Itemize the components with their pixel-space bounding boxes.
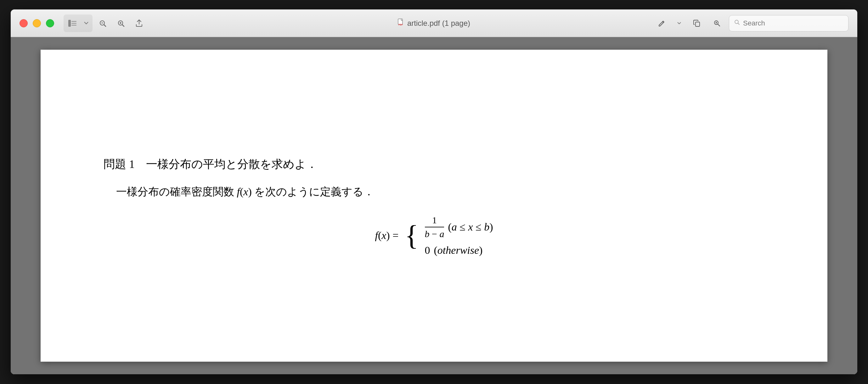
- titlebar: PDF article.pdf (1 page): [11, 9, 857, 37]
- zoom-out-icon: [99, 20, 106, 27]
- content-area: 問題 1 一様分布の平均と分散を求めよ． 一様分布の確率密度関数 f(x) を次…: [11, 37, 857, 374]
- find-icon: [713, 20, 720, 27]
- case2-condition: (otherwise): [434, 244, 483, 256]
- svg-rect-1: [71, 21, 76, 22]
- pdf-page: 問題 1 一様分布の平均と分散を求めよ． 一様分布の確率密度関数 f(x) を次…: [40, 50, 828, 362]
- svg-line-6: [104, 25, 106, 26]
- share-button[interactable]: [131, 15, 147, 31]
- sidebar-dropdown-button[interactable]: [81, 15, 92, 31]
- svg-line-16: [738, 23, 740, 25]
- sidebar-toggle-button[interactable]: [64, 15, 81, 31]
- copy-button[interactable]: [689, 15, 705, 31]
- share-icon: [136, 20, 143, 27]
- brace-expression: { 1 b − a (a ≤ x ≤ b): [405, 215, 493, 256]
- window-title-area: PDF article.pdf (1 page): [398, 19, 470, 28]
- search-icon: [734, 20, 740, 27]
- close-button[interactable]: [20, 19, 28, 27]
- traffic-lights: [20, 19, 54, 27]
- svg-rect-3: [71, 25, 76, 26]
- toolbar-left: [64, 14, 147, 32]
- svg-text:PDF: PDF: [398, 24, 403, 26]
- chevron-down-small-icon: [677, 22, 681, 25]
- find-button[interactable]: [709, 15, 725, 31]
- case-line-1: 1 b − a (a ≤ x ≤ b): [425, 215, 493, 239]
- window-title: article.pdf (1 page): [407, 19, 470, 28]
- zoom-in-icon: [117, 20, 125, 27]
- copy-icon: [693, 20, 700, 27]
- search-input[interactable]: [743, 19, 843, 27]
- toolbar-right: [653, 15, 848, 31]
- fraction-denominator: b − a: [425, 229, 444, 239]
- annotate-button[interactable]: [653, 15, 670, 31]
- sidebar-toggle-icon: [68, 20, 76, 27]
- fraction: 1 b − a: [425, 215, 444, 239]
- formula: f(x) = { 1 b − a (a ≤ x: [375, 215, 493, 256]
- svg-line-10: [122, 25, 124, 26]
- svg-rect-13: [695, 22, 700, 26]
- left-brace-icon: {: [405, 221, 418, 250]
- pdf-file-icon: PDF: [398, 19, 404, 28]
- case1-condition: (a ≤ x ≤ b): [448, 221, 493, 233]
- annotate-dropdown-button[interactable]: [674, 15, 685, 31]
- formula-container: f(x) = { 1 b − a (a ≤ x: [103, 215, 765, 256]
- zoom-in-button[interactable]: [113, 15, 129, 31]
- pen-icon: [658, 20, 665, 27]
- maximize-button[interactable]: [46, 19, 54, 27]
- case-line-2: 0 (otherwise): [425, 244, 493, 256]
- chevron-down-icon: [84, 22, 88, 25]
- fraction-bar: [425, 227, 444, 227]
- fraction-numerator: 1: [432, 215, 437, 225]
- intro-text: 一様分布の確率密度関数 f(x) を次のように定義する．: [116, 185, 765, 199]
- svg-rect-0: [68, 20, 71, 27]
- cases: 1 b − a (a ≤ x ≤ b) 0 (otherwise): [425, 215, 493, 256]
- minimize-button[interactable]: [33, 19, 41, 27]
- pdf-content: 問題 1 一様分布の平均と分散を求めよ． 一様分布の確率密度関数 f(x) を次…: [103, 157, 765, 256]
- sidebar-toggle-group: [64, 14, 93, 32]
- formula-lhs: f(x) =: [375, 230, 398, 242]
- svg-rect-2: [71, 23, 76, 24]
- problem-heading: 問題 1 一様分布の平均と分散を求めよ．: [103, 157, 765, 172]
- pdf-viewer-window: PDF article.pdf (1 page): [11, 9, 857, 374]
- search-box[interactable]: [729, 15, 848, 31]
- zoom-out-button[interactable]: [94, 15, 111, 31]
- case2-value: 0: [425, 244, 430, 256]
